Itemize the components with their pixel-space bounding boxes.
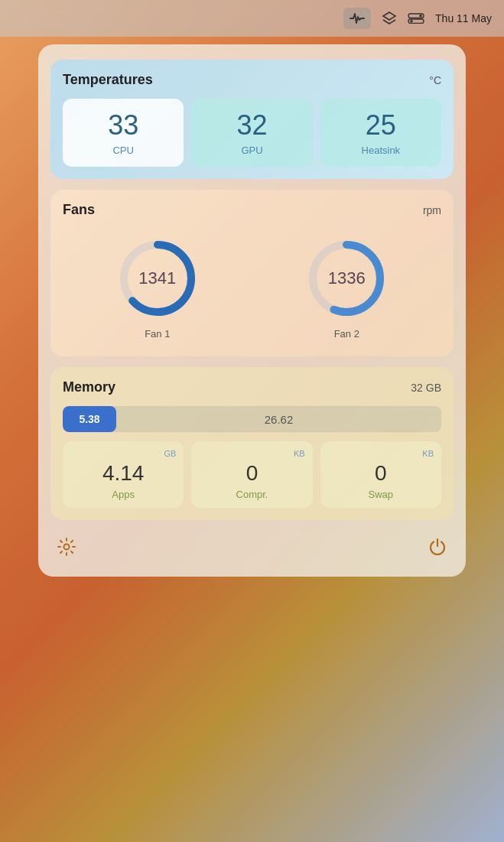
toolbar [50,531,454,564]
settings-button[interactable] [57,537,76,561]
memory-used-bar: 5.38 [63,406,116,432]
swap-value: 0 [375,461,387,486]
memory-cards: GB 4.14 Apps KB 0 Compr. KB 0 Swap [63,441,441,508]
layers-icon[interactable] [382,11,397,26]
memory-free-bar: 26.62 [116,413,441,426]
temperatures-unit: °C [429,74,441,86]
fan2-gauge: 1336 [304,236,389,320]
temp-card-gpu: 32 GPU [191,99,312,167]
memory-title: Memory [63,379,115,395]
cpu-temp-value: 33 [108,109,138,141]
activity-icon[interactable] [343,8,371,29]
heatsink-temp-label: Heatsink [362,145,401,156]
fan1-label: Fan 1 [145,328,170,340]
apps-unit: GB [164,449,176,458]
temperatures-header: Temperatures °C [63,72,441,88]
compr-value: 0 [246,461,259,486]
menubar-date: Thu 11 May [435,12,492,24]
fans-section: Fans rpm 1341 Fan 1 [50,190,454,356]
apps-label: Apps [112,489,135,500]
heatsink-temp-value: 25 [366,109,396,141]
svg-point-8 [64,545,70,550]
fan1-item: 1341 Fan 1 [115,236,200,340]
temperature-cards: 33 CPU 32 GPU 25 Heatsink [63,99,441,167]
memory-free-value: 26.62 [265,413,294,426]
menubar: Thu 11 May [0,0,504,37]
fan2-value: 1336 [328,268,366,288]
power-button[interactable] [428,537,447,561]
apps-value: 4.14 [102,461,145,486]
fan2-label: Fan 2 [334,328,359,340]
fan2-item: 1336 Fan 2 [304,236,389,340]
temp-card-cpu: 33 CPU [63,99,184,167]
compr-label: Compr. [236,489,268,500]
memory-header: Memory 32 GB [63,379,441,395]
svg-point-3 [410,20,413,23]
memory-total: 32 GB [411,382,441,394]
memory-section: Memory 32 GB 5.38 26.62 GB 4.14 Apps KB … [50,367,454,520]
fans-title: Fans [63,202,95,218]
compr-unit: KB [294,449,305,458]
swap-unit: KB [422,449,434,458]
cpu-temp-label: CPU [112,145,133,156]
temp-card-heatsink: 25 Heatsink [320,99,441,167]
fan1-gauge: 1341 [115,236,200,320]
memory-card-swap: KB 0 Swap [320,441,441,508]
memory-card-compr: KB 0 Compr. [191,441,312,508]
fans-cards: 1341 Fan 1 1336 Fan 2 [63,229,441,344]
gpu-temp-value: 32 [236,109,267,141]
memory-bar: 5.38 26.62 [63,406,441,432]
memory-card-apps: GB 4.14 Apps [63,441,184,508]
toggle-icon[interactable] [408,13,424,24]
gpu-temp-label: GPU [241,145,262,156]
swap-label: Swap [369,489,394,500]
temperatures-section: Temperatures °C 33 CPU 32 GPU 25 Heatsin… [50,60,454,179]
memory-used-value: 5.38 [79,413,99,425]
svg-point-2 [419,15,422,18]
temperatures-title: Temperatures [63,72,153,88]
widget-panel: Temperatures °C 33 CPU 32 GPU 25 Heatsin… [38,44,466,577]
fans-unit: rpm [423,204,441,216]
fan1-value: 1341 [138,268,176,288]
fans-header: Fans rpm [63,202,441,218]
menubar-icons: Thu 11 May [343,8,492,29]
